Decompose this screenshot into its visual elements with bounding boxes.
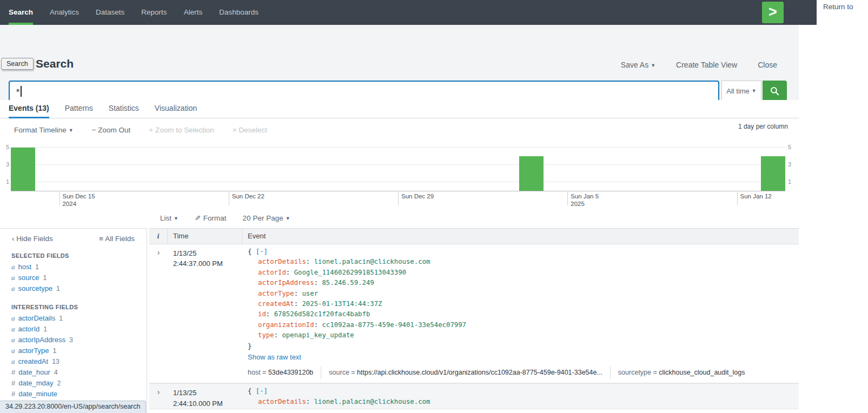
- collapse-json-toggle[interactable]: [-]: [256, 248, 268, 255]
- show-raw-text-link[interactable]: Show as raw text: [248, 352, 799, 362]
- format-timeline-dropdown[interactable]: Format Timeline▼: [14, 126, 74, 134]
- json-colon: :: [294, 300, 302, 308]
- json-key: actorType: [258, 290, 294, 297]
- json-pair[interactable]: actorDetails: lionel.palacin@clickhouse.…: [248, 257, 799, 267]
- field-item-date_hour[interactable]: #date_hour4: [11, 367, 147, 378]
- field-item-sourcetype[interactable]: asourcetype1: [11, 283, 147, 294]
- field-name: host: [18, 263, 32, 271]
- time-range-picker[interactable]: All time▼: [721, 81, 761, 102]
- field-count: 1: [43, 274, 47, 282]
- event-time: 2:44:10.000 PM: [173, 398, 242, 409]
- gridline: [11, 147, 785, 148]
- format-results-button[interactable]: ✎Format: [195, 214, 227, 222]
- zoom-out-button[interactable]: − Zoom Out: [92, 126, 131, 134]
- all-fields-button[interactable]: ≡ All Fields: [99, 235, 135, 243]
- hide-fields-button[interactable]: ‹ Hide Fields: [12, 235, 53, 243]
- tab-statistics[interactable]: Statistics: [109, 100, 139, 118]
- app-root: AccountProfileSecurityNotificationsOrgan…: [0, 0, 868, 413]
- y-axis-label-left: 5: [2, 144, 9, 150]
- json-colon: :: [306, 258, 314, 265]
- numeric-field-icon: #: [11, 368, 15, 376]
- footer-field-sourcetype[interactable]: sourcetype = clickhouse_cloud_audit_logs: [610, 367, 753, 379]
- nav-item-search[interactable]: Search: [9, 0, 33, 25]
- string-field-icon: a: [11, 357, 15, 365]
- close-button[interactable]: Close: [758, 61, 777, 69]
- expand-row-chevron-icon[interactable]: ›: [149, 384, 168, 409]
- caret-down-icon: ▼: [69, 128, 74, 133]
- save-as-button[interactable]: Save As▼: [621, 61, 655, 69]
- return-to-link[interactable]: Return to: [823, 3, 853, 11]
- field-count: 3: [69, 336, 73, 344]
- field-item-source[interactable]: asource1: [11, 272, 147, 283]
- json-pair[interactable]: actorId: Google_114602629918513043390: [248, 268, 799, 278]
- nav-item-datasets[interactable]: Datasets: [96, 0, 124, 25]
- footer-field-host[interactable]: host = 53de4339120b: [248, 367, 321, 379]
- json-colon: :: [314, 279, 322, 287]
- field-item-actorType[interactable]: aactorType1: [11, 345, 147, 356]
- search-query-text: *: [16, 87, 20, 96]
- json-value: 85.246.59.249: [322, 279, 374, 287]
- json-pair[interactable]: type: openapi_key_update: [248, 330, 799, 341]
- footer-field-value: https://api.clickhouse.cloud/v1/organiza…: [357, 369, 602, 376]
- nav-item-reports[interactable]: Reports: [141, 0, 167, 25]
- json-value: Google_114602629918513043390: [294, 269, 406, 276]
- nav-item-analytics[interactable]: Analytics: [50, 0, 79, 25]
- field-item-date_mday[interactable]: #date_mday2: [11, 378, 147, 389]
- footer-field-source[interactable]: source = https://api.clickhouse.cloud/v1…: [321, 367, 610, 379]
- list-view-dropdown[interactable]: List▼: [160, 214, 178, 222]
- expand-row-chevron-icon[interactable]: ›: [149, 244, 168, 383]
- footer-field-name: source =: [329, 369, 357, 376]
- timeline-plot: [11, 143, 785, 191]
- json-key: id: [258, 310, 266, 318]
- y-axis-label-right: 5: [788, 144, 796, 150]
- json-colon: :: [314, 321, 322, 329]
- field-item-createdAt[interactable]: acreatedAt13: [11, 356, 147, 367]
- timeline-bar[interactable]: [519, 156, 544, 191]
- search-button[interactable]: [763, 81, 787, 102]
- nav-item-dashboards[interactable]: Dashboards: [219, 0, 259, 25]
- nav-item-alerts[interactable]: Alerts: [184, 0, 203, 25]
- x-axis-tick-label: Sun Dec 22: [232, 192, 264, 200]
- field-item-host[interactable]: ahost1: [11, 262, 147, 272]
- per-page-dropdown[interactable]: 20 Per Page▼: [243, 214, 290, 222]
- string-field-icon: a: [11, 274, 15, 282]
- field-item-actorId[interactable]: aactorId1: [11, 324, 147, 335]
- event-row: ›1/13/252:44:10.000 PM{ [-]actorDetails:…: [149, 383, 799, 409]
- json-value: 2025-01-13T14:44:37Z: [302, 300, 382, 308]
- event-column-header: Event: [242, 229, 799, 244]
- timeline-bar[interactable]: [11, 148, 35, 191]
- json-pair[interactable]: createdAt: 2025-01-13T14:44:37Z: [248, 299, 799, 309]
- json-pair[interactable]: id: 678526d582c1f20fac4babfb: [248, 309, 799, 319]
- json-value: user: [302, 290, 318, 297]
- field-item-date_minute[interactable]: #date_minute: [11, 389, 147, 399]
- json-key: actorIpAddress: [258, 279, 314, 287]
- time-column-header: Time: [168, 229, 242, 244]
- y-axis-label-left: 3: [2, 161, 9, 168]
- json-pair[interactable]: organizationId: cc1092aa-8775-459e-9401-…: [248, 320, 799, 330]
- events-list: ›1/13/252:44:37.000 PM{ [-]actorDetails:…: [149, 244, 799, 413]
- field-item-actorDetails[interactable]: aactorDetails1: [11, 313, 147, 324]
- timeline-bar[interactable]: [761, 156, 785, 191]
- event-footer-fields: host = 53de4339120bsource = https://api.…: [248, 365, 799, 379]
- tab-patterns[interactable]: Patterns: [65, 100, 93, 118]
- json-colon: :: [294, 290, 302, 297]
- field-item-actorIpAddress[interactable]: aactorIpAddress3: [11, 335, 147, 345]
- json-pair[interactable]: actorType: user: [248, 289, 799, 299]
- search-input[interactable]: *: [9, 81, 719, 102]
- event-time: 2:44:37.000 PM: [173, 258, 242, 269]
- json-pair[interactable]: actorDetails: lionel.palacin@clickhouse.…: [248, 397, 799, 407]
- collapse-json-toggle[interactable]: [-]: [256, 387, 268, 395]
- footer-field-value: clickhouse_cloud_audit_logs: [659, 369, 745, 376]
- field-count: 1: [56, 285, 60, 292]
- caret-down-icon: ▼: [651, 63, 655, 68]
- json-key: type: [258, 331, 274, 339]
- tab-events[interactable]: Events (13): [9, 100, 49, 118]
- event-row: ›1/13/252:44:37.000 PM{ [-]actorDetails:…: [149, 244, 799, 383]
- tab-visualization[interactable]: Visualization: [155, 100, 197, 118]
- field-name: date_hour: [18, 368, 50, 376]
- json-pair[interactable]: actorIpAddress: 85.246.59.249: [248, 278, 799, 288]
- create-table-view-button[interactable]: Create Table View: [676, 61, 737, 69]
- event-json-cell: { [-]actorDetails: lionel.palacin@clickh…: [242, 244, 799, 383]
- splunk-logo-icon[interactable]: >: [762, 2, 784, 23]
- x-axis-tick-label: Sun Dec 29: [401, 192, 434, 200]
